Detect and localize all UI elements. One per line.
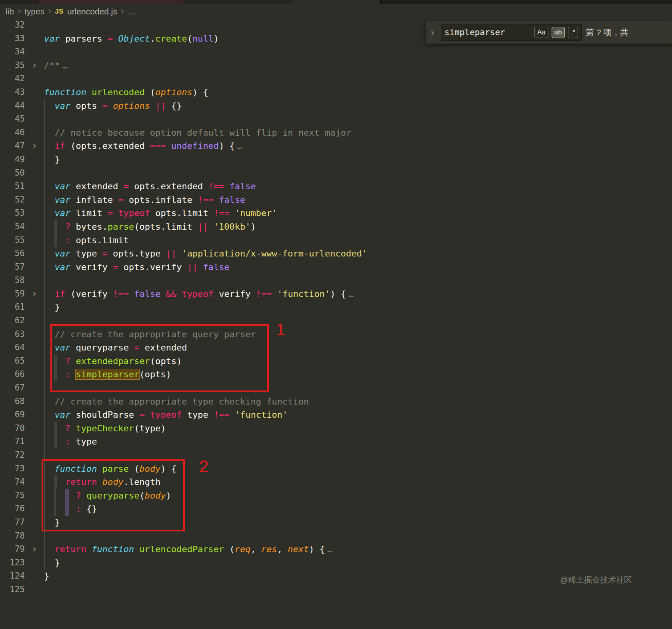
chevron-right-icon: › [18,6,21,16]
fold-spacer [25,247,44,260]
code-text: ? typeChecker(type) [44,422,672,435]
indent-guide [44,166,45,180]
code-line[interactable]: 42 [0,72,672,86]
find-widget: › simpleparser Aa ab .* 第 ? 项，共 [425,21,672,44]
fold-spacer [25,408,44,422]
code-token: } [54,558,60,568]
code-line[interactable]: 50 [0,166,672,180]
code-line[interactable]: 45 [0,112,672,126]
code-token: ) { [192,87,208,97]
code-line[interactable]: 54? bytes.parse(opts.limit || '100kb') [0,220,672,234]
fold-chevron-icon[interactable]: › [25,139,44,153]
whole-word-button[interactable]: ab [552,27,565,38]
code-line[interactable]: 69var shouldParse = typeof type !== 'fun… [0,408,672,422]
indent-guide [44,112,45,126]
code-text: : type [44,435,672,449]
code-token: bytes. [70,222,108,232]
code-token: extended [70,181,123,191]
code-token: urlencoded [92,87,144,97]
code-line[interactable]: 79›return function urlencodedParser (req… [0,543,672,556]
code-text: var verify = opts.verify || false [44,260,672,274]
code-line[interactable]: 46// notice because option default will … [0,126,672,140]
code-token: opts [70,101,102,111]
breadcrumb-item-symbol[interactable]: … [128,7,136,16]
code-line[interactable]: 71: type [0,435,672,449]
line-number: 47 [0,139,25,153]
fold-chevron-icon[interactable]: › [25,59,44,72]
indent-guide [44,153,45,166]
indent-guide [44,300,45,314]
code-token: ) [214,34,219,44]
fold-spacer [25,381,44,395]
regex-button[interactable]: .* [568,27,578,38]
indent-guide [54,422,57,435]
breadcrumb-item-types[interactable]: types [24,7,44,16]
code-token: … [348,289,354,299]
code-text: var shouldParse = typeof type !== 'funct… [44,408,672,422]
find-query-text[interactable]: simpleparser [444,28,531,37]
fold-spacer [25,435,44,449]
annotation-box-1 [50,324,269,392]
code-token: opts.limit [150,208,214,218]
code-token [230,410,235,420]
code-line[interactable]: 59›if (verify !== false && typeof verify… [0,287,672,301]
code-token: false [203,262,229,272]
code-line[interactable]: 68// create the appropriate type checkin… [0,395,672,409]
fold-spacer [25,193,44,207]
code-token: 'number' [235,208,277,218]
fold-spacer [25,126,44,140]
indent-guide [44,543,45,556]
code-text: return function urlencodedParser (req, r… [44,543,672,556]
code-line[interactable]: 53var limit = typeof opts.limit !== 'num… [0,206,672,220]
code-token: undefined [171,141,219,151]
code-token: = [113,262,118,272]
code-text: var extended = opts.extended !== false [44,180,672,193]
code-line[interactable]: 44var opts = options || {} [0,99,672,113]
fold-chevron-icon[interactable]: › [25,543,44,556]
code-token: opts.verify [118,262,187,272]
fold-spacer [25,274,44,287]
indent-guide [44,274,45,287]
fold-chevron-icon[interactable]: › [25,287,44,301]
code-line[interactable]: 52var inflate = opts.inflate !== false [0,193,672,207]
code-line[interactable]: 43function urlencoded (options) { [0,86,672,99]
code-line[interactable]: 47›if (opts.extended === undefined) {… [0,139,672,153]
indent-guide [44,139,45,153]
fold-spacer [25,220,44,234]
code-line[interactable]: 34 [0,45,672,59]
code-token: === [150,141,166,151]
code-text: if (opts.extended === undefined) {… [44,139,672,153]
code-line[interactable]: 35›/**… [0,59,672,72]
code-token: : [65,437,70,447]
code-token [208,222,214,232]
code-token: typeChecker [76,423,134,433]
code-line[interactable]: 58 [0,274,672,287]
code-token: /** [44,60,60,70]
annotation-label-2: 2 [199,457,208,476]
code-line[interactable]: 57var verify = opts.verify || false [0,260,672,274]
line-number: 34 [0,45,25,59]
find-input[interactable]: simpleparser Aa ab .* [441,24,582,41]
code-line[interactable]: 49} [0,153,672,166]
find-replace-toggle-icon[interactable]: › [428,26,437,39]
code-token [70,423,76,433]
line-number: 52 [0,193,25,207]
code-token: '100kb' [214,222,251,232]
code-line[interactable]: 61} [0,300,672,314]
breadcrumb-item-file[interactable]: urlencoded.js [67,7,117,16]
code-line[interactable]: 51var extended = opts.extended !== false [0,180,672,193]
match-case-button[interactable]: Aa [534,27,548,38]
line-number: 63 [0,328,25,341]
code-line[interactable]: 56var type = opts.type || 'application/x… [0,247,672,260]
code-line[interactable]: 70? typeChecker(type) [0,422,672,435]
code-line[interactable]: 123} [0,556,672,570]
code-token: 'function' [277,289,330,299]
code-line[interactable]: 55: opts.limit [0,234,672,247]
code-token: ? [65,423,70,433]
fold-spacer [25,32,44,46]
line-number: 67 [0,381,25,395]
fold-spacer [25,112,44,126]
code-token: || [198,222,208,232]
code-text [44,274,672,287]
breadcrumb-item-lib[interactable]: lib [6,7,14,16]
